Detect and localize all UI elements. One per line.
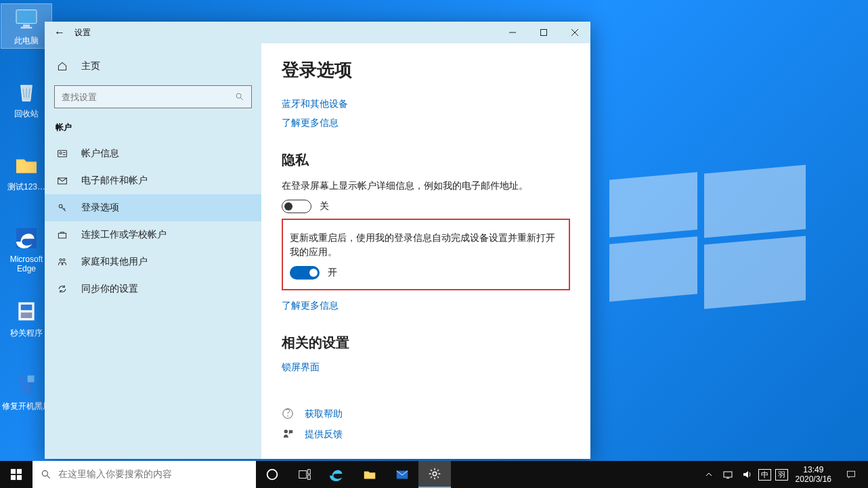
svg-rect-41	[726, 478, 729, 479]
ime-indicator-1[interactable]: 中	[758, 469, 771, 481]
sidebar: 主页 帐户 帐户信息 电子邮件和帐户 登录选项	[45, 43, 261, 459]
sidebar-search[interactable]	[54, 85, 252, 108]
key-icon	[56, 201, 69, 215]
tray-chevron[interactable]	[699, 469, 718, 480]
person-card-icon	[56, 147, 69, 160]
sidebar-home[interactable]: 主页	[45, 53, 261, 80]
desktop-icon-fix-boot[interactable]: 修复开机黑屏	[1, 371, 51, 412]
svg-rect-31	[17, 475, 22, 480]
home-icon	[56, 60, 69, 73]
taskbar-explorer[interactable]	[353, 461, 386, 488]
window-title: 设置	[74, 27, 91, 39]
settings-window: ← 设置 主页 帐户 帐户信息	[45, 22, 590, 459]
link-learn-more-2[interactable]: 了解更多信息	[282, 300, 570, 312]
start-button[interactable]	[0, 461, 32, 488]
highlighted-setting-box: 更新或重启后，使用我的登录信息自动完成设备设置并重新打开我的应用。 开	[282, 219, 570, 290]
svg-rect-1	[23, 24, 30, 26]
tray-volume-icon[interactable]	[737, 469, 756, 480]
taskbar: 在这里输入你要搜索的内容 中 羽 13:49 2020/3/16	[0, 461, 868, 488]
mail-icon	[56, 174, 69, 187]
help-icon	[282, 407, 295, 421]
title-bar: ← 设置	[45, 22, 590, 43]
sidebar-item-email[interactable]: 电子邮件和帐户	[45, 167, 261, 194]
sidebar-item-family[interactable]: 家庭和其他用户	[45, 248, 261, 275]
maximize-button[interactable]	[528, 22, 559, 43]
svg-point-24	[63, 259, 65, 261]
svg-point-14	[236, 93, 241, 98]
feedback-row[interactable]: 提供反馈	[282, 428, 570, 441]
desktop-icon-folder-test[interactable]: 测试123…	[1, 152, 51, 193]
family-icon	[56, 255, 69, 269]
ime-indicator-2[interactable]: 羽	[775, 469, 788, 481]
link-bluetooth[interactable]: 蓝牙和其他设备	[282, 98, 570, 110]
tray-action-center[interactable]	[837, 461, 865, 488]
sidebar-item-sync[interactable]: 同步你的设置	[45, 275, 261, 303]
back-button[interactable]: ←	[45, 26, 74, 39]
sync-icon	[56, 282, 69, 296]
sidebar-search-input[interactable]	[62, 92, 235, 102]
svg-rect-36	[308, 470, 311, 474]
svg-rect-42	[847, 471, 854, 476]
svg-point-17	[60, 152, 62, 154]
close-button[interactable]	[559, 22, 590, 43]
svg-rect-35	[299, 471, 307, 479]
svg-rect-28	[11, 469, 16, 474]
svg-line-33	[47, 476, 50, 479]
desktop-windows-logo	[609, 176, 812, 311]
tray-clock[interactable]: 13:49 2020/3/16	[790, 465, 837, 484]
minimize-button[interactable]	[497, 22, 528, 43]
taskbar-search[interactable]: 在这里输入你要搜索的内容	[32, 461, 256, 488]
svg-rect-5	[21, 305, 32, 310]
svg-rect-8	[18, 376, 25, 382]
privacy-desc-1: 在登录屏幕上显示帐户详细信息，例如我的电子邮件地址。	[282, 179, 570, 193]
page-title: 登录选项	[282, 58, 570, 82]
toggle-show-account-details[interactable]: 关	[282, 200, 570, 213]
svg-point-39	[433, 472, 437, 476]
sidebar-item-account-info[interactable]: 帐户信息	[45, 140, 261, 167]
feedback-icon	[282, 428, 295, 441]
sidebar-item-work-school[interactable]: 连接工作或学校帐户	[45, 221, 261, 248]
toggle-auto-finish-setup[interactable]: 开	[290, 266, 562, 280]
system-tray: 中 羽 13:49 2020/3/16	[697, 461, 868, 488]
desktop-icon-shutdown-app[interactable]: 秒关程序	[1, 298, 51, 339]
search-icon	[41, 469, 51, 480]
svg-rect-40	[724, 472, 732, 477]
taskbar-cortana[interactable]	[256, 461, 288, 488]
tray-network-icon[interactable]	[718, 469, 737, 480]
link-learn-more-1[interactable]: 了解更多信息	[282, 117, 570, 129]
briefcase-icon	[56, 228, 69, 242]
link-lock-screen[interactable]: 锁屏界面	[282, 361, 570, 374]
desktop-icon-edge[interactable]: Microsoft Edge	[1, 225, 51, 273]
desktop-icon-recycle-bin[interactable]: 回收站	[1, 79, 51, 120]
svg-rect-22	[58, 234, 66, 238]
auto-signin-desc: 更新或重启后，使用我的登录信息自动完成设备设置并重新打开我的应用。	[290, 231, 562, 259]
svg-point-32	[42, 470, 47, 476]
svg-rect-2	[21, 27, 32, 29]
svg-rect-29	[17, 469, 22, 474]
svg-point-26	[287, 416, 288, 416]
taskbar-edge[interactable]	[321, 461, 353, 488]
desktop-icon-this-pc[interactable]: 此电脑	[1, 4, 51, 48]
svg-rect-7	[21, 382, 32, 394]
content-pane: 登录选项 蓝牙和其他设备 了解更多信息 隐私 在登录屏幕上显示帐户详细信息，例如…	[261, 43, 590, 459]
svg-rect-9	[28, 376, 35, 382]
taskbar-settings[interactable]	[418, 461, 451, 488]
taskbar-taskview[interactable]	[288, 461, 321, 488]
related-heading: 相关的设置	[282, 334, 570, 352]
sidebar-item-signin-options[interactable]: 登录选项	[45, 194, 261, 221]
svg-rect-30	[11, 475, 16, 480]
sidebar-category: 帐户	[45, 119, 261, 140]
svg-rect-0	[16, 10, 37, 24]
taskbar-mail[interactable]	[386, 461, 418, 488]
get-help-row[interactable]: 获取帮助	[282, 407, 570, 421]
svg-point-34	[267, 470, 278, 480]
svg-point-23	[60, 259, 62, 261]
svg-line-15	[240, 97, 243, 100]
search-icon	[235, 92, 244, 102]
privacy-heading: 隐私	[282, 151, 570, 169]
svg-rect-16	[58, 150, 67, 157]
svg-point-27	[284, 430, 288, 433]
svg-rect-6	[21, 313, 32, 318]
svg-rect-37	[308, 475, 311, 479]
svg-rect-11	[541, 30, 547, 36]
